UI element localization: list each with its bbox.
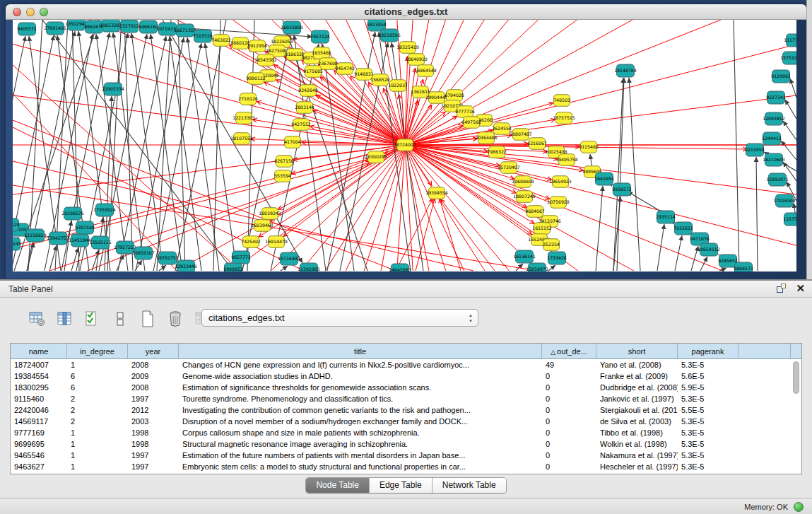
column-header-name[interactable]: name [11, 344, 67, 358]
network-node[interactable]: 8912954 [247, 40, 267, 52]
select-columns-button[interactable] [56, 309, 74, 329]
table-row[interactable]: 969969511998Structural magnetic resonanc… [11, 438, 801, 450]
network-node[interactable]: 11156829 [24, 229, 47, 242]
network-node[interactable]: 9868573 [734, 262, 753, 271]
cell-short[interactable]: Franke et al. (2009) [596, 370, 678, 382]
cell-pagerank[interactable]: 5.6E-5 [678, 370, 739, 382]
cell-short[interactable]: de Silva et al. (2003) [596, 416, 678, 427]
table-row[interactable]: 911546021997Tourette syndrome. Phenomeno… [11, 393, 801, 404]
cell-pagerank[interactable]: 5.5E-5 [678, 404, 739, 416]
network-node[interactable]: 13505115 [89, 236, 112, 249]
cell-year[interactable]: 2008 [128, 359, 179, 370]
column-header-short[interactable]: short [596, 344, 678, 358]
cell-title[interactable]: Tourette syndrome. Phenomenology and cla… [179, 393, 542, 404]
cell-short[interactable]: Hescheler et al. (1997) [596, 461, 678, 472]
network-node[interactable]: 553594 [274, 170, 291, 182]
network-node[interactable]: 16543382 [254, 54, 277, 66]
network-node[interactable]: 18640910 [405, 54, 428, 66]
cell-name[interactable]: 18300295 [11, 382, 67, 393]
cell-out_de...[interactable]: 0 [542, 416, 596, 427]
network-node[interactable]: 15858973 [526, 263, 548, 271]
column-header-year[interactable]: year [128, 344, 179, 358]
cell-name[interactable]: 9115460 [11, 393, 67, 404]
network-node[interactable]: 9129961 [771, 70, 791, 83]
table-settings-button[interactable] [28, 309, 47, 329]
network-node[interactable]: 18325419 [396, 42, 419, 54]
network-node[interactable]: 9901245 [13, 238, 21, 250]
network-node[interactable]: 17016504 [773, 194, 796, 207]
cell-short[interactable]: Jankovic et al. (1997) [596, 393, 678, 404]
cell-title[interactable]: Investigating the contribution of common… [179, 404, 542, 416]
network-node[interactable]: 3624554 [492, 123, 512, 135]
table-row[interactable]: 2242004622012Investigating the contribut… [11, 404, 801, 416]
network-node[interactable]: 6794028 [445, 90, 464, 102]
network-node[interactable]: 1733426 [547, 252, 567, 264]
cell-pagerank[interactable]: 5.3E-5 [678, 393, 739, 404]
cell-year[interactable]: 2012 [128, 404, 179, 416]
cell-name[interactable]: 19384554 [11, 370, 67, 382]
network-node[interactable]: 6497568 [461, 117, 481, 129]
network-node[interactable]: 18757515 [553, 112, 575, 124]
cell-year[interactable]: 1997 [128, 450, 179, 461]
cell-in_degree[interactable]: 1 [67, 427, 128, 438]
column-header-title[interactable]: title [179, 344, 542, 358]
cell-in_degree[interactable]: 1 [67, 438, 128, 450]
network-node[interactable]: 10653287 [100, 20, 122, 32]
network-node[interactable]: 11392983 [298, 263, 320, 271]
network-node[interactable]: 2803144 [295, 102, 314, 114]
network-node[interactable]: 19654923 [549, 176, 572, 188]
cell-title[interactable]: Disruption of a novel member of a sodium… [179, 416, 542, 427]
network-node[interactable]: 18148784 [614, 64, 637, 77]
delete-table-button[interactable] [166, 309, 184, 329]
network-node[interactable]: 6216067 [527, 138, 547, 150]
memory-status-icon[interactable] [794, 502, 804, 512]
network-node[interactable]: 9657771 [231, 251, 251, 264]
network-node[interactable]: 1244413 [762, 132, 782, 145]
cell-year[interactable]: 2008 [128, 382, 179, 393]
cell-out_de...[interactable]: 0 [542, 382, 596, 393]
column-header-pagerank[interactable]: pagerank [678, 344, 739, 358]
network-node[interactable]: 20206576 [61, 207, 84, 220]
network-node[interactable]: 16914479 [265, 236, 288, 248]
network-node[interactable]: 2718126 [238, 93, 258, 105]
cell-name[interactable]: 9777169 [11, 427, 67, 438]
network-node[interactable]: 18807249 [513, 191, 536, 203]
network-node[interactable]: 9684067 [525, 206, 545, 218]
cell-title[interactable]: Embryonic stem cells: a model to study s… [179, 461, 542, 472]
network-node[interactable]: 10688609 [512, 176, 534, 188]
network-node[interactable]: 19384554 [425, 187, 448, 199]
cell-in_degree[interactable]: 2 [67, 393, 128, 404]
cell-name[interactable]: 14569117 [11, 416, 67, 427]
network-node[interactable]: 15992971 [766, 173, 789, 186]
network-node[interactable]: 12923448 [175, 260, 197, 271]
cell-year[interactable]: 2009 [128, 370, 179, 382]
network-node[interactable]: 10807487 [510, 129, 532, 141]
network-node[interactable]: 9115460 [579, 141, 599, 153]
network-node[interactable]: 10756928 [547, 197, 570, 209]
cell-name[interactable]: 9463627 [11, 461, 67, 472]
network-node[interactable]: 17359924 [93, 204, 116, 216]
network-node[interactable]: 6466160 [139, 21, 158, 33]
cell-title[interactable]: Corpus callosum shape and size in male p… [179, 427, 542, 438]
table-source-dropdown[interactable]: citations_edges.txt ▲▼ [201, 309, 478, 327]
new-table-button[interactable] [139, 309, 157, 329]
cell-pagerank[interactable]: 5.3E-5 [678, 461, 739, 472]
network-node[interactable]: 18724007 [394, 139, 416, 151]
network-node[interactable]: 9890122 [246, 73, 266, 85]
cell-pagerank[interactable]: 5.3E-5 [678, 359, 739, 370]
cell-pagerank[interactable]: 5.3E-5 [678, 427, 739, 438]
network-node[interactable]: 748503 [553, 95, 570, 107]
network-node[interactable]: 16782753 [156, 252, 179, 264]
network-node[interactable]: 7515526 [193, 30, 213, 42]
network-node[interactable]: 1568520 [370, 74, 390, 86]
network-node[interactable]: 16033809 [281, 21, 303, 34]
network-node[interactable]: 19495758 [555, 154, 578, 166]
cell-short[interactable]: Stergiakouli et al. (2012) [596, 404, 678, 416]
cell-title[interactable]: Estimation of significance thresholds fo… [179, 382, 542, 393]
select-rows-button[interactable] [83, 309, 102, 329]
network-node[interactable]: 27691406 [44, 22, 66, 35]
cell-pagerank[interactable]: 5.3E-5 [678, 450, 739, 461]
table-row[interactable]: 1872400712008Changes of HCN gene express… [11, 359, 801, 370]
network-node[interactable]: 9175685 [303, 66, 323, 78]
cell-out_de...[interactable]: 49 [542, 359, 596, 370]
